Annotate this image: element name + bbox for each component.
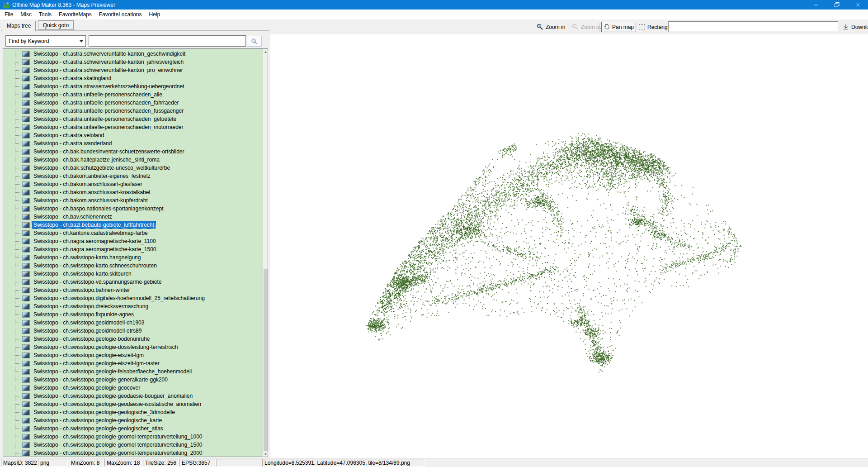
map-layer-icon (22, 353, 30, 358)
map-layer-icon (22, 206, 30, 212)
tree-item[interactable]: Swisstopo - ch.swisstopo.geologie-geodae… (3, 392, 263, 400)
tree-item[interactable]: Swisstopo - ch.swisstopo.bahnen-winter (3, 286, 263, 294)
tree-item[interactable]: Swisstopo - ch.swisstopo.geologie-geomol… (3, 433, 263, 441)
tree-item[interactable]: Swisstopo - ch.swisstopo.fixpunkte-agnes (3, 310, 263, 319)
tree-item[interactable]: Swisstopo - ch.astra.wanderland (3, 139, 263, 148)
tree-item[interactable]: Swisstopo - ch.astra.skatingland (3, 74, 263, 82)
menu-favoritemaps[interactable]: FavoriteMaps (55, 10, 95, 19)
tree-item[interactable]: Swisstopo - ch.swisstopo.geologie-geolog… (3, 424, 263, 433)
tree-item[interactable]: Swisstopo - ch.astra.unfaelle-personensc… (3, 91, 263, 99)
tree-item[interactable]: Swisstopo - ch.astra.strassenverkehrszae… (3, 82, 263, 91)
pan-map-button[interactable]: Pan map (601, 22, 636, 32)
tree-item[interactable]: Swisstopo - ch.swisstopo.geologie-genera… (3, 376, 263, 384)
map-layer-icon (22, 84, 30, 90)
scroll-down-icon[interactable]: ▼ (263, 451, 268, 457)
map-layer-icon (22, 442, 30, 448)
map-layer-icon (22, 124, 30, 130)
tree-item[interactable]: Swisstopo - ch.swisstopo-karto.skitouren (3, 270, 263, 278)
tree-item[interactable]: Swisstopo - ch.swisstopo.geologie-geolog… (3, 416, 263, 424)
tree-item[interactable]: Swisstopo - ch.bakom.anschlussart-koaxia… (3, 188, 263, 196)
tree-item[interactable]: Swisstopo - ch.swisstopo.geologie-felsob… (3, 367, 263, 376)
map-layer-icon (22, 271, 30, 277)
tree-item[interactable]: Swisstopo - ch.bakom.anschlussart-kupfer… (3, 196, 263, 205)
map-layer-icon (22, 92, 30, 98)
tree-item[interactable]: Swisstopo - ch.bak.bundesinventar-schuet… (3, 148, 263, 156)
tree-item[interactable]: Swisstopo - ch.bazl.bebaute-gebiete_luft… (3, 221, 263, 229)
tree-item[interactable]: Swisstopo - ch.swisstopo.geologie-geomol… (3, 441, 263, 449)
tree-item[interactable]: Swisstopo - ch.kantone.cadastralwebmap-f… (3, 229, 263, 237)
tree-item[interactable]: Swisstopo - ch.swisstopo.geologie-eiszei… (3, 359, 263, 367)
tab-quick-goto[interactable]: Quick goto (38, 20, 74, 30)
map-layer-icon (22, 51, 30, 57)
tree-item[interactable]: Swisstopo - ch.bakom.anschlussart-glasfa… (3, 180, 263, 188)
tree-item[interactable]: Swisstopo - ch.swisstopo.geologie-geomol… (3, 449, 263, 457)
tree-item[interactable]: Swisstopo - ch.astra.unfaelle-personensc… (3, 99, 263, 107)
app-icon (3, 2, 9, 8)
restore-button[interactable] (826, 0, 847, 10)
tree-item[interactable]: Swisstopo - ch.nagra.aeromagnetische-kar… (3, 237, 263, 245)
tree-item[interactable]: Swisstopo - ch.astra.schwerverunfallte-k… (3, 66, 263, 74)
tree-item[interactable]: Swisstopo - ch.astra.unfaelle-personensc… (3, 107, 263, 115)
menu-misc[interactable]: Misc (17, 10, 35, 19)
menu-tools[interactable]: Tools (35, 10, 55, 19)
tree-item[interactable]: Swisstopo - ch.nagra.aeromagnetische-kar… (3, 245, 263, 253)
zoom-in-button[interactable]: Zoom in (535, 22, 567, 32)
tree-item[interactable]: Swisstopo - ch.swisstopo-karto.hangneigu… (3, 253, 263, 262)
minimize-button[interactable] (806, 0, 826, 10)
menu-help[interactable]: Help (146, 10, 164, 19)
map-layer-icon (22, 377, 30, 383)
find-mode-select[interactable]: Find by Keyword (5, 35, 86, 47)
tree-item[interactable]: Swisstopo - ch.swisstopo.geoidmodell-etr… (3, 327, 263, 335)
tree-item[interactable]: Swisstopo - ch.swisstopo.geologie-eiszei… (3, 351, 263, 359)
tree-item[interactable]: Swisstopo - ch.astra.unfaelle-personensc… (3, 123, 263, 131)
toolbar-separator (599, 23, 599, 32)
tree-item[interactable]: Swisstopo - ch.swisstopo.geologie-bodenu… (3, 335, 263, 343)
tree-item[interactable]: Swisstopo - ch.astra.veloland (3, 131, 263, 139)
map-layer-icon (22, 418, 30, 424)
tree-item[interactable]: Swisstopo - ch.swisstopo.geologie-geolog… (3, 408, 263, 416)
tree-item[interactable]: Swisstopo - ch.astra.schwerverunfallte-k… (3, 50, 263, 58)
zoom-out-button[interactable]: Zoom out (570, 22, 606, 32)
map-layer-icon (22, 190, 30, 195)
tree-item[interactable]: Swisstopo - ch.astra.schwerverunfallte-k… (3, 58, 263, 66)
tree-item[interactable]: Swisstopo - ch.swisstopo.geoidmodell-ch1… (3, 319, 263, 327)
tree-item[interactable]: Swisstopo - ch.bakom.anbieter-eigenes_fe… (3, 172, 263, 180)
scrollbar-thumb[interactable] (264, 269, 268, 453)
search-input[interactable] (89, 35, 246, 47)
scroll-up-icon[interactable]: ▲ (263, 49, 268, 54)
tree-item[interactable]: Swisstopo - ch.swisstopo.geologie-geocov… (3, 384, 263, 392)
download-icon (843, 24, 849, 30)
status-epsg: EPSG:3857 (179, 459, 216, 467)
tree-item[interactable]: Swisstopo - ch.swisstopo.digitales-hoehe… (3, 294, 263, 302)
tree-item[interactable]: Swisstopo - ch.swisstopo-vd.spannungsarm… (3, 278, 263, 286)
tree-scrollbar[interactable]: ▲ ▼ (263, 49, 268, 457)
tree-item[interactable]: Swisstopo - ch.swisstopo-karto.schneesch… (3, 262, 263, 270)
map-layer-icon (22, 255, 30, 261)
map-layer-icon (22, 247, 30, 253)
menu-bar: File Misc Tools FavoriteMaps FavoriteLoc… (0, 10, 868, 19)
tree-item[interactable]: Swisstopo - ch.bav.schienennetz (3, 213, 263, 221)
map-layer-icon (22, 108, 30, 114)
map-layer-icon (22, 165, 30, 171)
tree-item[interactable]: Swisstopo - ch.baspo.nationales-sportanl… (3, 205, 263, 213)
title-bar: Offline Map Maker 8.363 - Maps Previewer (0, 0, 868, 10)
map-layer-icon (22, 434, 30, 440)
status-coordinates: Longitude=8.525391, Latitude=47.096305, … (262, 459, 425, 467)
tree-item[interactable]: Swisstopo - ch.swisstopo.geologie-dosisl… (3, 343, 263, 351)
tree-item[interactable]: Swisstopo - ch.bak.halteplaetze-jenische… (3, 156, 263, 164)
toolbar-input[interactable] (668, 21, 838, 32)
menu-file[interactable]: File (1, 10, 17, 19)
map-layer-icon (22, 238, 30, 244)
restore-icon (835, 2, 840, 7)
close-button[interactable] (847, 0, 868, 10)
tree-item[interactable]: Swisstopo - ch.astra.unfaelle-personensc… (3, 115, 263, 123)
tree-item[interactable]: Swisstopo - ch.swisstopo.dreiecksvermasc… (3, 302, 263, 310)
search-button[interactable] (247, 36, 262, 47)
tree-item[interactable]: Swisstopo - ch.bak.schutzgebiete-unesco_… (3, 164, 263, 172)
tree-item[interactable]: Swisstopo - ch.swisstopo.geologie-geodae… (3, 400, 263, 408)
status-bar: MapsID: 3822 png MinZoom: 8 MaxZoom: 18 … (0, 458, 868, 467)
map-canvas[interactable] (270, 34, 868, 458)
tab-maps-tree[interactable]: Maps tree (2, 21, 36, 31)
download-button[interactable]: Download (841, 22, 868, 32)
menu-favoritelocations[interactable]: FavoriteLocations (95, 10, 146, 19)
